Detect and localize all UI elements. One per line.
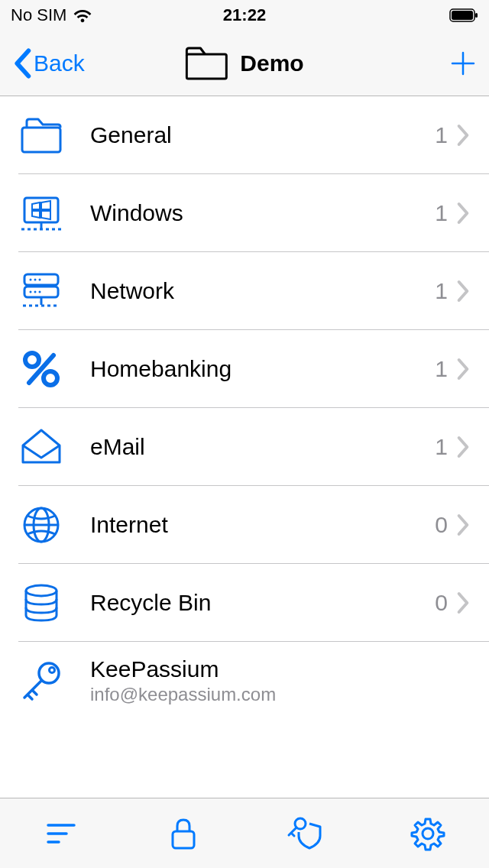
chevron-right-icon bbox=[455, 201, 471, 225]
group-row-recycle-bin[interactable]: Recycle Bin 0 bbox=[0, 564, 489, 642]
svg-rect-33 bbox=[173, 831, 194, 848]
group-label: Network bbox=[90, 278, 435, 304]
key-icon bbox=[18, 658, 64, 704]
nav-title-wrap: Demo bbox=[185, 47, 303, 80]
group-label: General bbox=[90, 122, 435, 148]
lock-button[interactable] bbox=[159, 809, 208, 858]
chevron-right-icon bbox=[455, 279, 471, 303]
passkey-button[interactable] bbox=[281, 809, 330, 858]
svg-rect-6 bbox=[22, 128, 60, 152]
svg-point-35 bbox=[423, 828, 433, 839]
chevron-right-icon bbox=[455, 591, 471, 615]
svg-point-20 bbox=[25, 353, 39, 367]
group-label: Homebanking bbox=[90, 356, 435, 382]
svg-point-14 bbox=[39, 279, 41, 281]
svg-line-22 bbox=[29, 355, 53, 383]
server-icon bbox=[18, 268, 64, 314]
group-row-network[interactable]: Network 1 bbox=[0, 252, 489, 330]
gear-icon bbox=[409, 815, 447, 853]
svg-point-16 bbox=[34, 291, 37, 293]
group-row-homebanking[interactable]: Homebanking 1 bbox=[0, 330, 489, 408]
battery-icon bbox=[449, 8, 478, 22]
entry-subtitle: info@keepassium.com bbox=[90, 684, 471, 705]
group-count: 1 bbox=[435, 434, 448, 460]
mail-icon bbox=[18, 424, 64, 470]
group-label: Recycle Bin bbox=[90, 590, 435, 616]
group-list[interactable]: General 1 Windows 1 bbox=[0, 96, 489, 798]
database-icon bbox=[18, 580, 64, 626]
bottom-toolbar bbox=[0, 798, 489, 868]
sort-icon bbox=[42, 815, 80, 853]
group-count: 1 bbox=[435, 278, 448, 304]
group-row-windows[interactable]: Windows 1 bbox=[0, 174, 489, 252]
group-row-general[interactable]: General 1 bbox=[0, 96, 489, 174]
group-count: 1 bbox=[435, 122, 448, 148]
settings-button[interactable] bbox=[403, 809, 452, 858]
svg-rect-2 bbox=[475, 13, 478, 18]
chevron-right-icon bbox=[455, 357, 471, 381]
nav-bar: Back Demo bbox=[0, 31, 489, 96]
lock-icon bbox=[164, 815, 202, 853]
status-bar: No SIM 21:22 bbox=[0, 0, 489, 31]
wifi-icon bbox=[73, 8, 92, 23]
percent-icon bbox=[18, 346, 64, 392]
svg-rect-1 bbox=[452, 11, 473, 20]
svg-point-17 bbox=[39, 291, 41, 293]
folder-icon bbox=[18, 112, 64, 158]
group-count: 1 bbox=[435, 356, 448, 382]
carrier-label: No SIM bbox=[11, 5, 66, 25]
page-title: Demo bbox=[240, 50, 303, 76]
globe-icon bbox=[18, 502, 64, 548]
group-count: 1 bbox=[435, 200, 448, 226]
key-shield-icon bbox=[287, 815, 325, 853]
back-button[interactable]: Back bbox=[12, 48, 112, 79]
chevron-right-icon bbox=[455, 435, 471, 459]
group-label: Windows bbox=[90, 200, 435, 226]
svg-point-15 bbox=[30, 291, 32, 293]
folder-icon bbox=[185, 47, 228, 80]
group-label: Internet bbox=[90, 512, 435, 538]
chevron-left-icon bbox=[12, 48, 32, 79]
chevron-right-icon bbox=[455, 123, 471, 147]
svg-point-27 bbox=[26, 585, 57, 596]
sort-button[interactable] bbox=[37, 809, 86, 858]
svg-point-12 bbox=[30, 279, 32, 281]
status-right bbox=[356, 8, 478, 22]
back-label: Back bbox=[34, 50, 85, 76]
group-label: eMail bbox=[90, 434, 435, 460]
plus-icon bbox=[449, 50, 477, 77]
add-button[interactable] bbox=[377, 48, 477, 79]
group-row-internet[interactable]: Internet 0 bbox=[0, 486, 489, 564]
monitor-icon bbox=[18, 190, 64, 236]
group-count: 0 bbox=[435, 512, 448, 538]
group-row-email[interactable]: eMail 1 bbox=[0, 408, 489, 486]
entry-row-keepassium[interactable]: KeePassium info@keepassium.com bbox=[0, 642, 489, 720]
status-left: No SIM bbox=[11, 5, 133, 25]
chevron-right-icon bbox=[455, 513, 471, 537]
svg-point-29 bbox=[50, 668, 55, 673]
status-time: 21:22 bbox=[133, 5, 356, 25]
svg-point-13 bbox=[34, 279, 37, 281]
entry-title: KeePassium bbox=[90, 656, 471, 682]
svg-rect-3 bbox=[186, 54, 226, 79]
group-count: 0 bbox=[435, 590, 448, 616]
svg-point-21 bbox=[44, 371, 57, 385]
